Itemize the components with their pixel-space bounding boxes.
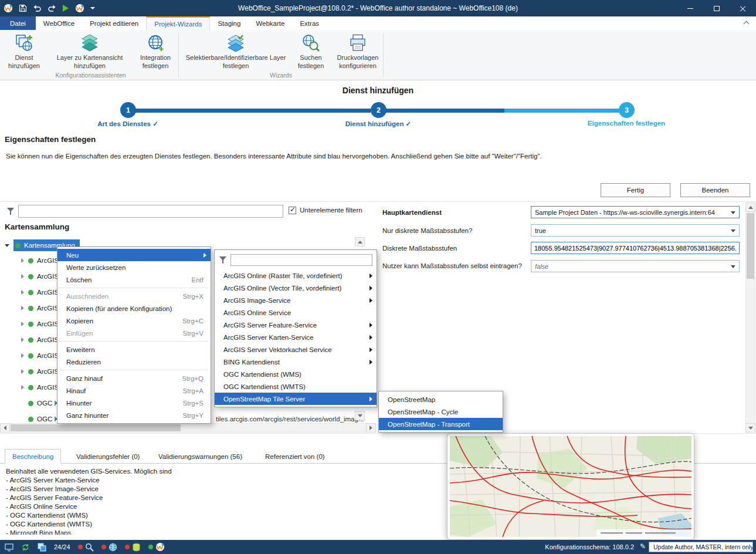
tree-row[interactable]: ArcGIS	[21, 302, 59, 315]
expand-arrow-icon[interactable]	[21, 369, 24, 374]
tab-staging[interactable]: Staging	[210, 16, 248, 30]
hscroll-right-button[interactable]	[366, 423, 376, 433]
menu-item-ogc-wmts[interactable]: OGC Kartendienst (WMTS)	[215, 380, 377, 393]
menu-item-hinunter[interactable]: HinunterStrg+S	[57, 397, 211, 409]
tab-webkarte[interactable]: Webkarte	[248, 16, 292, 30]
hscroll-thumb[interactable]	[11, 424, 181, 431]
menu-item-arcgis-server-karten-service[interactable]: ArcGIS Server Karten-Service	[215, 331, 377, 343]
nutzer-massstabsstufen-dropdown[interactable]: false	[531, 260, 740, 272]
expand-arrow-icon[interactable]	[21, 306, 24, 310]
diskrete-massstabsstufen-dropdown[interactable]: true	[531, 224, 740, 237]
submenu-filter-input[interactable]	[230, 254, 372, 266]
suchen-festlegen-button[interactable]: Suchen festlegen	[292, 32, 330, 70]
menu-item-kopieren-konfiguration[interactable]: Kopieren (für andere Konfiguration)	[57, 302, 211, 315]
collapse-arrow-icon[interactable]	[5, 244, 9, 247]
menu-item-ogc-wms[interactable]: OGC Kartendienst (WMS)	[215, 368, 377, 380]
maximize-button[interactable]	[703, 0, 730, 16]
app-logo-icon[interactable]	[4, 4, 13, 13]
step-2-circle[interactable]: 2	[371, 102, 387, 118]
tree-row[interactable]: ArcGIS	[21, 349, 59, 362]
menu-item-kopieren[interactable]: KopierenStrg+C	[57, 315, 211, 327]
tree-row[interactable]: ArcGIS	[21, 381, 59, 394]
tab-datei[interactable]: Datei	[0, 16, 36, 30]
tree-scroll-down-button[interactable]	[355, 411, 365, 420]
menu-item-ganz-hinauf[interactable]: Ganz hinaufStrg+Q	[57, 372, 211, 384]
web-status[interactable]	[101, 543, 117, 552]
redo-icon[interactable]	[48, 5, 56, 12]
dienst-hinzufuegen-button[interactable]: Dienst hinzufügen	[4, 32, 45, 70]
tree-row[interactable]: ArcGIS	[21, 286, 59, 299]
expand-arrow-icon[interactable]	[21, 385, 24, 390]
menu-item-loeschen[interactable]: LöschenEntf	[57, 273, 211, 286]
step-3-circle[interactable]: 3	[619, 102, 635, 118]
vscroll-down-button[interactable]	[745, 423, 755, 433]
fertig-button[interactable]: Fertig	[601, 183, 670, 197]
menu-item-arcgis-online-service[interactable]: ArcGIS Online Service	[215, 306, 377, 319]
tab-weboffice[interactable]: WebOffice	[36, 16, 82, 30]
tree-filter-input[interactable]	[18, 205, 283, 218]
vscroll-up-button[interactable]	[745, 202, 755, 212]
minimize-button[interactable]	[677, 0, 703, 16]
tab-projekt-wizards[interactable]: Projekt-Wizards	[146, 16, 210, 30]
menu-item-arcgis-online-raster-tile[interactable]: ArcGIS Online (Raster Tile, vordefiniert…	[215, 269, 377, 282]
sync-icon[interactable]	[21, 543, 30, 552]
undo-icon[interactable]	[33, 5, 42, 12]
tree-row[interactable]: ArcGIS	[21, 365, 59, 378]
menu-item-openstreetmap-transport[interactable]: OpenStreetMap - Transport	[379, 418, 503, 430]
log-icon[interactable]	[5, 543, 13, 552]
layer-zu-kartenansicht-button[interactable]: Layer zu Kartenansicht hinzufügen	[48, 32, 131, 70]
menu-item-arcgis-server-vektorkachel[interactable]: ArcGIS Server Vektorkachel Service	[215, 343, 377, 356]
beenden-button[interactable]: Beenden	[680, 183, 750, 197]
druckvorlagen-button[interactable]: Druckvorlagen konfigurieren	[332, 32, 384, 70]
tab-referenziert-von[interactable]: Referenziert von (0)	[258, 449, 332, 464]
step-1-circle[interactable]: 1	[120, 102, 136, 118]
windows-icon[interactable]	[38, 543, 46, 552]
weboffice-status[interactable]	[148, 542, 165, 552]
tab-validierungsfehler[interactable]: Validierungsfehler (0)	[69, 449, 147, 464]
integration-festlegen-button[interactable]: Integration festlegen	[133, 32, 178, 70]
menu-item-reduzieren[interactable]: Reduzieren	[57, 356, 211, 368]
massstabsstufen-input[interactable]	[531, 242, 740, 254]
vscroll-thumb[interactable]	[747, 213, 754, 279]
update-info-box[interactable]: Update Author, MASTER, intern only	[649, 542, 753, 552]
save-icon[interactable]	[19, 4, 27, 12]
menu-item-ausschneiden[interactable]: AusschneidenStrg+X	[57, 290, 211, 302]
tab-extras[interactable]: Extras	[292, 16, 327, 30]
tree-scroll-up-button[interactable]	[355, 237, 365, 246]
menu-item-erweitern[interactable]: Erweitern	[57, 343, 211, 356]
expand-arrow-icon[interactable]	[21, 290, 24, 295]
edit-pen-icon[interactable]	[640, 542, 646, 550]
menu-item-einfuegen[interactable]: EinfügenStrg+V	[57, 327, 211, 339]
expand-arrow-icon[interactable]	[21, 337, 24, 342]
menu-item-arcgis-image-service[interactable]: ArcGIS Image-Service	[215, 294, 377, 306]
menu-item-hinauf[interactable]: HinaufStrg+A	[57, 384, 211, 397]
tree-row[interactable]: ArcGIS	[21, 254, 59, 267]
close-button[interactable]	[730, 0, 756, 16]
menu-item-bing-kartendienst[interactable]: BING Kartendienst	[215, 356, 377, 368]
tree-row[interactable]: ArcGIS	[21, 270, 59, 283]
menu-item-arcgis-server-feature-service[interactable]: ArcGIS Server Feature-Service	[215, 319, 377, 331]
menu-item-neu[interactable]: Neu	[57, 249, 211, 261]
tab-validierungswarnungen[interactable]: Validierungswarnungen (56)	[151, 449, 249, 464]
menu-item-openstreetmap-cycle[interactable]: OpenStreetMap - Cycle	[379, 406, 503, 418]
menu-item-arcgis-online-vector-tile[interactable]: ArcGIS Online (Vector Tile, vordefiniert…	[215, 282, 377, 294]
expand-arrow-icon[interactable]	[21, 274, 24, 279]
hscroll-left-button[interactable]	[0, 423, 10, 433]
menu-item-ganz-hinunter[interactable]: Ganz hinunterStrg+Y	[57, 409, 211, 421]
expand-arrow-icon[interactable]	[21, 322, 24, 326]
run-icon[interactable]	[62, 4, 69, 12]
menu-item-openstreetmap[interactable]: OpenStreetMap	[379, 393, 503, 406]
tree-row[interactable]: ArcGIS	[21, 333, 59, 346]
qat-dropdown-icon[interactable]	[90, 7, 95, 9]
menu-item-werte-zuruecksetzen[interactable]: Werte zurücksetzen	[57, 261, 211, 273]
tab-beschreibung[interactable]: Beschreibung	[5, 449, 61, 464]
weboffice-logo-icon[interactable]	[75, 4, 84, 13]
database-status[interactable]	[125, 543, 141, 552]
menu-item-openstreetmap-tile-server[interactable]: OpenStreetMap Tile Server	[215, 393, 377, 405]
search-status[interactable]	[78, 543, 94, 552]
hauptkartendienst-dropdown[interactable]: Sample Project Daten - https://w-ws-scio…	[531, 206, 740, 218]
selektierbare-layer-button[interactable]: Selektierbare/Identifizierbare Layer fes…	[182, 32, 290, 70]
expand-arrow-icon[interactable]	[21, 353, 24, 358]
tree-row[interactable]: ArcGIS	[21, 317, 59, 330]
expand-arrow-icon[interactable]	[21, 258, 24, 263]
